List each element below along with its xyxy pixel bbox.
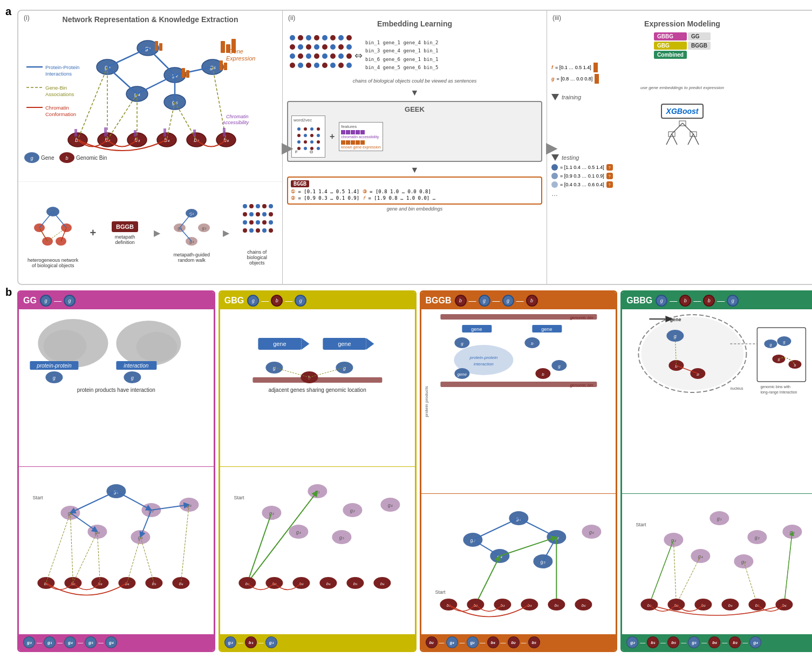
svg-point-113 xyxy=(298,35,303,40)
chain-label-4: bin_4 gene_5 gene_6 bin_5 xyxy=(365,64,438,72)
svg-line-163 xyxy=(683,123,693,134)
gg-footer: g₃ — g₁ — g₄ — g₅ — g₆ xyxy=(19,634,214,650)
panel-b-label: b xyxy=(5,286,12,298)
svg-point-93 xyxy=(249,204,254,208)
gbbg-header: GBBG g — b — b — g xyxy=(622,292,812,309)
svg-text:interaction: interaction xyxy=(473,362,493,367)
svg-point-120 xyxy=(290,44,295,50)
svg-line-301 xyxy=(473,540,500,556)
svg-point-139 xyxy=(314,63,319,68)
w2v-label: word2vec xyxy=(294,118,323,123)
svg-point-103 xyxy=(249,220,254,225)
svg-text:protein-protein: protein-protein xyxy=(469,355,497,360)
svg-text:b₆: b₆ xyxy=(581,603,585,608)
svg-point-147 xyxy=(317,127,320,131)
svg-text:Chromatin: Chromatin xyxy=(226,114,249,119)
svg-point-152 xyxy=(297,140,301,144)
svg-line-213 xyxy=(46,513,70,583)
svg-text:F: F xyxy=(295,150,298,153)
svg-line-234 xyxy=(274,368,309,377)
network-svg: Gene Expression g₁ g₂ g₃ xyxy=(18,24,283,175)
svg-text:gene: gene xyxy=(471,327,482,332)
metapath-def: BGGB metapath definition xyxy=(106,221,144,245)
svg-point-92 xyxy=(243,204,247,208)
svg-point-143 xyxy=(346,63,352,68)
svg-text:Accessibility: Accessibility xyxy=(222,120,249,125)
svg-line-219 xyxy=(181,505,189,583)
svg-point-100 xyxy=(262,212,267,216)
svg-point-123 xyxy=(314,44,319,50)
svg-line-18 xyxy=(148,48,175,75)
svg-text:g: g xyxy=(53,375,56,381)
svg-line-164 xyxy=(666,134,672,145)
svg-point-129 xyxy=(298,53,303,59)
svg-text:long-range Interaction: long-range Interaction xyxy=(761,390,797,395)
chain-label-1: bin_1 gene_1 gene_4 bin_2 xyxy=(365,39,438,47)
svg-text:g₂: g₂ xyxy=(202,226,206,230)
xgboost-label: XGBoost xyxy=(666,107,699,116)
svg-point-146 xyxy=(310,127,313,131)
svg-text:b: b xyxy=(794,363,796,367)
svg-text:Genomic Bin: Genomic Bin xyxy=(76,155,107,161)
gg-desc: protein products have interaction xyxy=(23,387,209,393)
gbbg-network-svg: Start g₁ g₃ g₂ g₆ g₄ g₅ xyxy=(625,497,812,632)
gg-network: Start g₁ g₃ g₂ g₆ g₄ g₅ xyxy=(19,467,214,634)
svg-text:gene: gene xyxy=(338,341,351,347)
svg-text:gene: gene xyxy=(457,372,467,377)
svg-line-76 xyxy=(39,212,53,228)
svg-point-145 xyxy=(304,127,307,131)
svg-line-252 xyxy=(247,491,317,583)
svg-text:genomic bin: genomic bin xyxy=(570,315,593,320)
svg-text:g₆: g₆ xyxy=(388,503,393,508)
section-iii-header: Expression Modeling xyxy=(551,19,812,28)
svg-text:g₄: g₄ xyxy=(296,530,301,535)
embed-desc: gene and bin embeddings xyxy=(287,206,542,212)
svg-line-35 xyxy=(78,67,107,140)
chains-visual: chains of biological objects xyxy=(240,201,275,266)
bggb-network-svg: Start g₁ g₃ g₂ g₆ g₄ g₅ xyxy=(424,497,613,632)
svg-rect-45 xyxy=(163,128,166,137)
section-i-num: (i) xyxy=(24,14,30,22)
svg-line-218 xyxy=(140,537,154,583)
network-area: Gene Expression g₁ g₂ g₃ xyxy=(18,24,282,181)
svg-point-140 xyxy=(322,63,327,68)
metapath-area: heterogeneous network of biological obje… xyxy=(18,181,282,284)
svg-line-20 xyxy=(137,75,175,94)
gbbg-panel: GBBG g — b — b — g gene xyxy=(620,290,812,652)
geek-box: GEEK word2vec xyxy=(287,101,542,162)
chain-label-3: bin_6 gene_6 gene_1 bin_1 xyxy=(365,56,438,64)
svg-text:b: b xyxy=(697,372,699,377)
svg-text:g₂: g₂ xyxy=(350,508,355,513)
svg-point-154 xyxy=(310,140,313,144)
svg-point-95 xyxy=(262,204,267,208)
svg-rect-47 xyxy=(223,128,226,137)
svg-point-109 xyxy=(256,228,260,233)
svg-point-114 xyxy=(306,35,311,40)
testing-section: testing xyxy=(551,154,812,161)
svg-point-135 xyxy=(346,53,352,59)
bggb-bio-svg: genomic bin gene gene g b protein-protei… xyxy=(434,311,618,390)
svg-text:Associations: Associations xyxy=(45,91,74,97)
section-iii-num: (iii) xyxy=(552,14,561,22)
svg-point-121 xyxy=(298,44,303,50)
svg-text:b₅: b₅ xyxy=(554,603,558,608)
hetero-network: heterogeneous network of biological obje… xyxy=(26,198,80,268)
embed-results-box: BGGB ① = [0.1 1.4 … 0.5 1.4] ③ = [0.8 1.… xyxy=(287,177,542,205)
gbg-header: GBG g — b — g xyxy=(220,292,415,309)
svg-line-251 xyxy=(247,513,271,583)
svg-point-151 xyxy=(317,134,320,137)
svg-text:g₅: g₅ xyxy=(540,559,545,565)
bggb-illustration: protein products genomic bin gene gene g… xyxy=(421,309,616,494)
svg-point-107 xyxy=(243,228,247,233)
svg-point-118 xyxy=(338,35,344,40)
arrow-i-to-ii: ▶ xyxy=(282,139,294,157)
svg-line-197 xyxy=(116,491,151,510)
svg-point-97 xyxy=(243,212,247,216)
svg-point-155 xyxy=(317,140,320,144)
svg-point-153 xyxy=(304,140,307,144)
svg-text:g: g xyxy=(783,340,786,344)
svg-point-137 xyxy=(298,63,303,68)
svg-marker-225 xyxy=(366,338,374,350)
svg-rect-331 xyxy=(758,328,806,382)
svg-text:b: b xyxy=(65,155,68,161)
